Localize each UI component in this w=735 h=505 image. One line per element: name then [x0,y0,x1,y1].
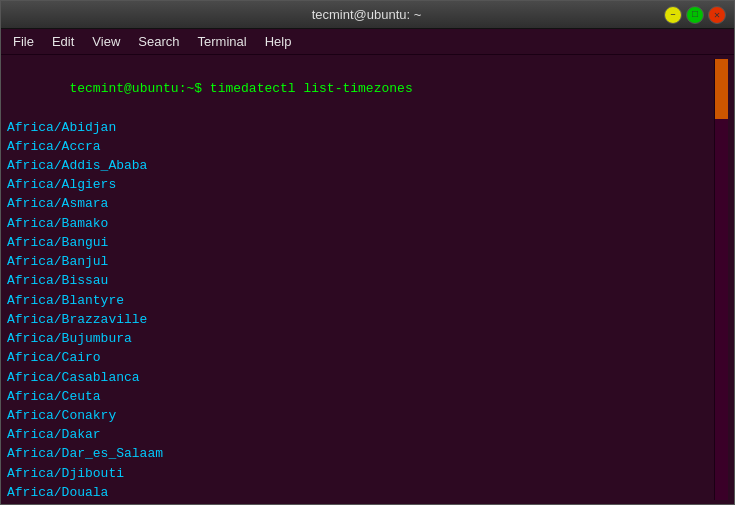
terminal-window: tecmint@ubuntu: ~ – □ ✕ FileEditViewSear… [0,0,735,505]
list-item: Africa/Algiers [7,175,714,194]
list-item: Africa/Ceuta [7,387,714,406]
list-item: Africa/Brazzaville [7,310,714,329]
list-item: Africa/Casablanca [7,368,714,387]
list-item: Africa/Douala [7,483,714,500]
menu-item-view[interactable]: View [84,32,128,51]
list-item: Africa/Bujumbura [7,329,714,348]
window-controls: – □ ✕ [664,6,726,24]
title-bar: tecmint@ubuntu: ~ – □ ✕ [1,1,734,29]
list-item: Africa/Dakar [7,425,714,444]
menu-item-help[interactable]: Help [257,32,300,51]
menu-item-edit[interactable]: Edit [44,32,82,51]
list-item: Africa/Cairo [7,348,714,367]
prompt-user: tecmint@ubuntu:~$ timedatectl list-timez… [69,81,412,96]
menu-item-terminal[interactable]: Terminal [190,32,255,51]
list-item: Africa/Djibouti [7,464,714,483]
maximize-button[interactable]: □ [686,6,704,24]
close-button[interactable]: ✕ [708,6,726,24]
list-item: Africa/Abidjan [7,118,714,137]
list-item: Africa/Blantyre [7,291,714,310]
list-item: Africa/Dar_es_Salaam [7,444,714,463]
window-title: tecmint@ubuntu: ~ [69,7,664,22]
list-item: Africa/Conakry [7,406,714,425]
terminal-body[interactable]: tecmint@ubuntu:~$ timedatectl list-timez… [1,55,734,504]
list-item: Africa/Asmara [7,194,714,213]
list-item: Africa/Banjul [7,252,714,271]
menu-item-search[interactable]: Search [130,32,187,51]
list-item: Africa/Accra [7,137,714,156]
list-item: Africa/Addis_Ababa [7,156,714,175]
timezone-list: Africa/AbidjanAfrica/AccraAfrica/Addis_A… [7,118,714,501]
list-item: Africa/Bissau [7,271,714,290]
list-item: Africa/Bangui [7,233,714,252]
scrollbar-thumb[interactable] [715,59,728,119]
list-item: Africa/Bamako [7,214,714,233]
terminal-content: tecmint@ubuntu:~$ timedatectl list-timez… [7,59,714,500]
prompt-line: tecmint@ubuntu:~$ timedatectl list-timez… [7,59,714,118]
menu-bar: FileEditViewSearchTerminalHelp [1,29,734,55]
minimize-button[interactable]: – [664,6,682,24]
menu-item-file[interactable]: File [5,32,42,51]
scrollbar[interactable] [714,59,728,500]
